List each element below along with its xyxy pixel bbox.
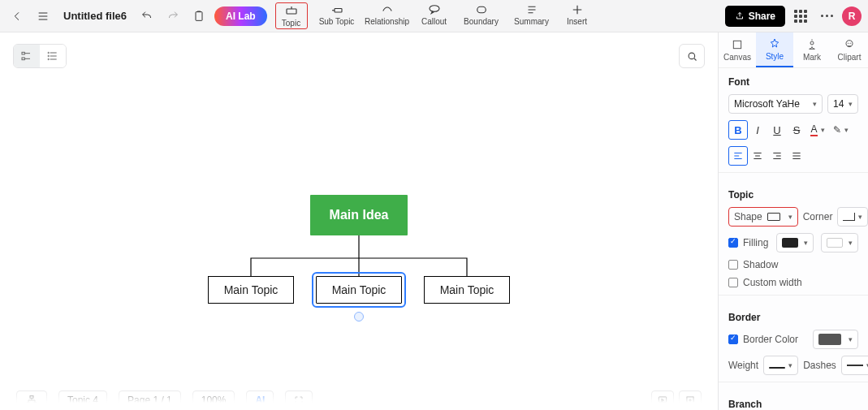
underline-button[interactable]: U: [767, 120, 787, 140]
filling-secondary[interactable]: ▾: [821, 233, 858, 252]
toolbar-callout[interactable]: Callout: [417, 2, 452, 26]
back-button[interactable]: [6, 6, 28, 27]
fit-button[interactable]: [679, 391, 702, 410]
font-title: Font: [728, 76, 858, 88]
align-center-button[interactable]: [748, 146, 767, 166]
search-button[interactable]: [679, 44, 705, 68]
fullscreen-button[interactable]: [285, 391, 313, 410]
svg-point-9: [48, 58, 49, 59]
italic-button[interactable]: I: [748, 120, 767, 140]
toolbar-topic[interactable]: Topic: [275, 2, 308, 29]
weight-label: Weight: [728, 360, 758, 371]
document-title[interactable]: Untitled file6: [63, 10, 127, 22]
topic-section: Topic Shape ▾ Corner ▾ Filling ▾ ▾ Shado…: [719, 181, 868, 296]
align-left-button[interactable]: [728, 146, 748, 166]
svg-point-3: [430, 6, 439, 12]
redo-button[interactable]: [162, 6, 184, 27]
corner-picker[interactable]: ▾: [837, 207, 868, 227]
svg-rect-12: [27, 402, 29, 404]
zoom-level[interactable]: 100%: [192, 391, 235, 410]
highlight-glyph: ✎: [833, 124, 841, 136]
text-color-button[interactable]: A▾: [806, 120, 829, 140]
custom-width-label: Custom width: [743, 277, 802, 288]
toolbar-callout-label: Callout: [421, 17, 447, 26]
rectangle-icon: [767, 213, 780, 221]
svg-point-17: [810, 41, 814, 45]
present-button[interactable]: [651, 391, 674, 410]
paste-button[interactable]: [188, 6, 209, 27]
dashes-picker[interactable]: ▾: [841, 356, 868, 375]
child-node-3[interactable]: Main Topic: [424, 276, 510, 304]
list-view-button[interactable]: [40, 45, 66, 67]
svg-rect-5: [22, 52, 24, 54]
insert-toolbar: Topic Sub Topic Relationship Callout Bou…: [275, 2, 594, 29]
toolbar-subtopic[interactable]: Sub Topic: [316, 2, 358, 26]
filling-checkbox[interactable]: [728, 238, 738, 248]
toolbar-boundary-label: Boundary: [464, 17, 499, 26]
font-size-select[interactable]: 14▾: [827, 94, 858, 114]
custom-width-checkbox[interactable]: [728, 278, 738, 287]
tab-canvas[interactable]: Canvas: [719, 32, 756, 67]
canvas[interactable]: Main Idea Main Topic Main Topic Main Top…: [0, 32, 718, 410]
toolbar-relationship-label: Relationship: [365, 17, 409, 26]
svg-point-7: [48, 52, 49, 53]
child-node-1[interactable]: Main Topic: [208, 276, 294, 304]
topic-count[interactable]: Topic 4: [58, 391, 107, 410]
highlight-button[interactable]: ✎▾: [829, 120, 852, 140]
border-color-checkbox[interactable]: [728, 334, 738, 344]
outline-view-button[interactable]: [14, 45, 40, 67]
toolbar-relationship[interactable]: Relationship: [366, 2, 408, 26]
filling-label: Filling: [743, 237, 768, 248]
subtopic-icon: [330, 2, 344, 17]
toolbar-boundary[interactable]: Boundary: [460, 2, 503, 26]
topbar-left: Untitled file6 AI Lab: [6, 6, 267, 27]
shadow-checkbox[interactable]: [728, 260, 738, 270]
shadow-label: Shadow: [743, 259, 778, 270]
share-label: Share: [749, 11, 775, 22]
filling-color[interactable]: ▾: [776, 233, 814, 252]
font-family-value: Microsoft YaHe: [734, 98, 800, 110]
svg-rect-13: [34, 402, 37, 404]
strike-button[interactable]: S: [787, 120, 806, 140]
tab-clipart-label: Clipart: [838, 53, 862, 62]
undo-button[interactable]: [136, 6, 158, 27]
toolbar-summary[interactable]: Summary: [511, 2, 553, 26]
tab-clipart[interactable]: Clipart: [831, 32, 868, 67]
tab-canvas-label: Canvas: [723, 53, 751, 62]
topbar: Untitled file6 AI Lab Topic Sub Topic Re…: [0, 0, 868, 32]
child-node-2[interactable]: Main Topic: [316, 276, 402, 304]
share-button[interactable]: Share: [725, 6, 785, 27]
root-node[interactable]: Main Idea: [310, 195, 408, 235]
font-size-value: 14: [833, 98, 844, 110]
svg-rect-2: [335, 9, 342, 13]
weight-picker[interactable]: ▾: [763, 356, 798, 375]
shape-picker[interactable]: Shape ▾: [728, 207, 798, 227]
align-right-button[interactable]: [767, 146, 787, 166]
align-justify-button[interactable]: [787, 146, 806, 166]
toolbar-insert-label: Insert: [567, 17, 587, 26]
corner-icon: [843, 213, 855, 221]
apps-button[interactable]: [790, 6, 811, 27]
menu-button[interactable]: [32, 6, 54, 27]
structure-picker[interactable]: [16, 391, 47, 410]
page-indicator[interactable]: Page 1 / 1: [119, 391, 181, 410]
font-family-select[interactable]: Microsoft YaHe▾: [728, 94, 823, 114]
svg-point-10: [689, 53, 695, 59]
toolbar-summary-label: Summary: [514, 17, 549, 26]
border-color-picker[interactable]: ▾: [813, 330, 858, 349]
more-button[interactable]: [816, 6, 837, 27]
tab-mark[interactable]: Mark: [793, 32, 831, 67]
topic-icon: [284, 4, 299, 19]
avatar[interactable]: R: [842, 6, 862, 26]
ai-lab-button[interactable]: AI Lab: [214, 6, 267, 26]
toolbar-insert[interactable]: Insert: [561, 2, 594, 26]
branch-title: Branch: [728, 399, 858, 410]
ai-button[interactable]: AI: [246, 391, 274, 410]
dash-line-icon: [847, 365, 863, 366]
svg-rect-4: [477, 6, 486, 13]
add-child-handle[interactable]: [354, 312, 364, 322]
svg-rect-0: [196, 11, 202, 20]
bold-button[interactable]: B: [728, 120, 748, 140]
tab-style[interactable]: Style: [756, 32, 793, 67]
tab-mark-label: Mark: [803, 53, 821, 62]
